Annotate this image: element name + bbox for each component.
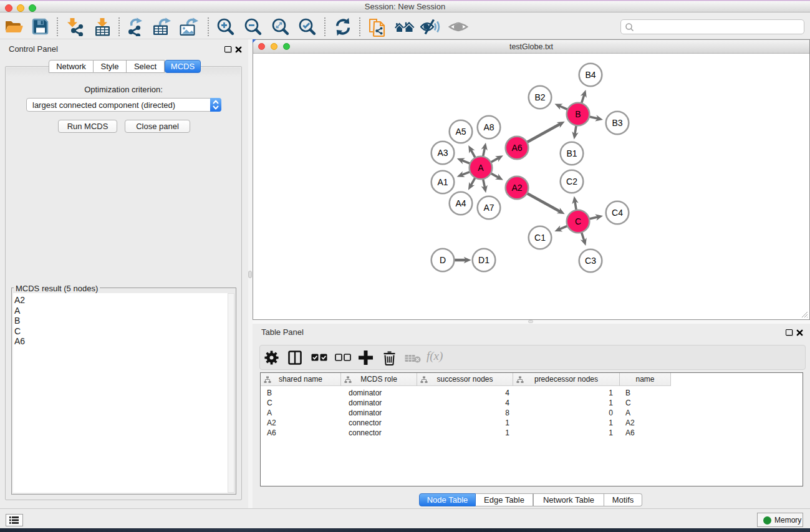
svg-text:B3: B3 <box>612 118 622 128</box>
svg-text:A4: A4 <box>455 198 466 208</box>
svg-text:A3: A3 <box>437 148 448 158</box>
svg-text:A6: A6 <box>511 143 522 153</box>
svg-text:D: D <box>440 255 446 265</box>
svg-text:A2: A2 <box>511 183 522 193</box>
svg-text:A5: A5 <box>455 127 466 137</box>
svg-text:C4: C4 <box>612 208 623 218</box>
svg-text:A1: A1 <box>437 177 448 187</box>
svg-text:A: A <box>478 163 484 173</box>
svg-text:D1: D1 <box>478 255 489 265</box>
svg-text:B2: B2 <box>534 92 545 102</box>
svg-text:B4: B4 <box>585 70 595 80</box>
svg-text:C: C <box>575 216 581 226</box>
svg-text:A8: A8 <box>483 122 494 132</box>
svg-text:C2: C2 <box>566 177 577 186</box>
svg-text:A7: A7 <box>483 203 494 213</box>
svg-text:B: B <box>575 109 581 119</box>
svg-text:C3: C3 <box>585 256 596 266</box>
svg-text:B1: B1 <box>566 148 577 158</box>
svg-text:C1: C1 <box>534 233 546 243</box>
